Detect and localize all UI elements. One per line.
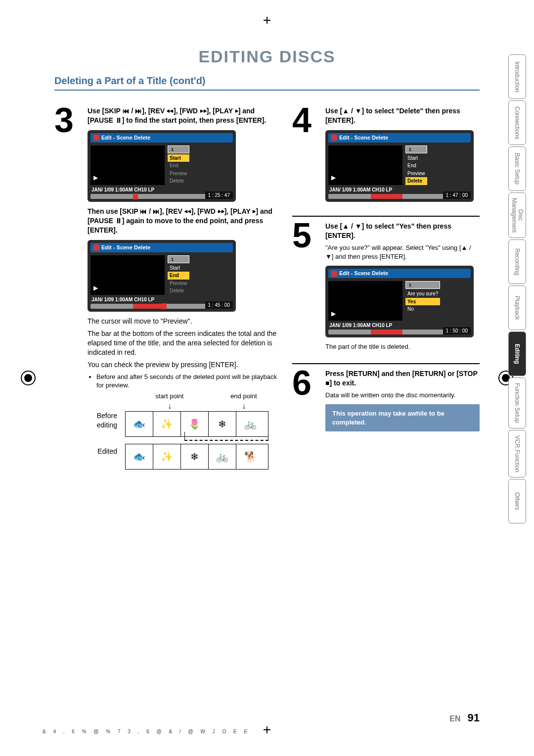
tab-vcr-function[interactable]: VCR Function bbox=[508, 430, 526, 478]
tab-editing[interactable]: Editing bbox=[508, 331, 526, 376]
tab-basic-setup[interactable]: Basic Setup bbox=[508, 146, 526, 191]
timestamp: 1 : 47 : 00 bbox=[443, 191, 471, 199]
scene-delete-panel-d: Edit - Scene Delete ▶ 1 Are you sure? Ye… bbox=[325, 266, 474, 337]
footer-code: & 4 , 6 % @ % 7 3 , 6 @ & / @ W J O E E bbox=[43, 729, 250, 734]
menu-start[interactable]: Start bbox=[405, 154, 427, 162]
thumb-number: 1 bbox=[168, 255, 189, 263]
registration-icon bbox=[21, 371, 36, 385]
step-number-6: 6 bbox=[292, 369, 319, 431]
tab-recording[interactable]: Recording bbox=[508, 239, 526, 284]
menu-preview[interactable]: Preview bbox=[405, 170, 427, 178]
thumb-number: 1 bbox=[405, 145, 427, 153]
play-icon: ▶ bbox=[93, 284, 98, 292]
menu-delete[interactable]: Delete bbox=[168, 177, 189, 185]
frames-before: 🐟✨🌷❄🚲 bbox=[125, 411, 268, 437]
step-5-note-1: "Are you sure?" will appear. Select "Yes… bbox=[325, 243, 480, 261]
thumb-number: 1 bbox=[168, 145, 189, 153]
deletion-range-icon bbox=[184, 440, 268, 441]
step-6-instruction: Press [RETURN] and then [RETURN] or [STO… bbox=[325, 369, 480, 388]
menu-start[interactable]: Start bbox=[168, 264, 189, 272]
tab-others[interactable]: Others bbox=[508, 479, 526, 523]
preview-pane: ▶ bbox=[328, 145, 402, 185]
menu-no[interactable]: No bbox=[405, 305, 440, 313]
panel-title: Edit - Scene Delete bbox=[339, 134, 388, 142]
tab-introduction[interactable]: Introduction bbox=[508, 54, 526, 99]
play-icon: ▶ bbox=[331, 174, 336, 182]
menu-delete[interactable]: Delete bbox=[168, 287, 189, 295]
label-start-point: start point bbox=[155, 392, 183, 401]
section-heading: Deleting a Part of a Title (cont'd) bbox=[54, 75, 480, 91]
step-3-instruction-a: Use [SKIP ⏮ / ⏭], [REV ◀◀], [FWD ▶▶], [P… bbox=[88, 106, 280, 125]
tab-function-setup[interactable]: Function Setup bbox=[508, 378, 526, 428]
section-tabs: Introduction Connections Basic Setup Dis… bbox=[508, 54, 526, 525]
timestamp: 1 : 50 : 00 bbox=[443, 327, 471, 335]
page-title: EDITING DISCS bbox=[15, 47, 519, 66]
page-number: EN91 bbox=[449, 711, 480, 724]
step-5-instruction: Use [▲ / ▼] to select "Yes" then press [… bbox=[325, 222, 480, 240]
preview-pane: ▶ bbox=[90, 255, 165, 295]
menu-end[interactable]: End bbox=[168, 272, 189, 280]
panel-title: Edit - Scene Delete bbox=[101, 244, 150, 251]
step-number-4: 4 bbox=[292, 106, 319, 207]
scene-delete-panel-b: Edit - Scene Delete ▶ 1 Start End Previe… bbox=[88, 240, 236, 312]
step-number-5: 5 bbox=[292, 222, 319, 354]
crop-mark-icon bbox=[261, 14, 273, 27]
step-3-note-1: The cursor will move to "Preview". bbox=[88, 317, 280, 326]
preview-pane: ▶ bbox=[328, 281, 402, 321]
preview-pane: ▶ bbox=[90, 145, 165, 185]
step-3-instruction-b: Then use [SKIP ⏮ / ⏭], [REV ◀◀], [FWD ▶▶… bbox=[88, 207, 280, 235]
scene-delete-panel-c: Edit - Scene Delete ▶ 1 Start End Previe… bbox=[325, 130, 474, 202]
step-3-bullet: Before and after 5 seconds of the delete… bbox=[96, 373, 280, 390]
frames-after: 🐟✨❄🚲🐕 bbox=[125, 444, 268, 470]
label-end-point: end point bbox=[230, 392, 257, 401]
label-before-editing: Before editing bbox=[88, 411, 117, 430]
panel-title: Edit - Scene Delete bbox=[101, 134, 150, 142]
menu-are-you-sure: Are you sure? bbox=[405, 290, 440, 298]
step-4-instruction: Use [▲ / ▼] to select "Delete" then pres… bbox=[325, 106, 480, 125]
step-number-3: 3 bbox=[54, 106, 82, 470]
arrow-down-icon: ↓ bbox=[242, 401, 246, 412]
menu-yes[interactable]: Yes bbox=[405, 298, 440, 306]
tab-disc-management[interactable]: DiscManagement bbox=[508, 192, 526, 238]
arrow-down-icon: ↓ bbox=[168, 401, 172, 412]
thumb-number: 1 bbox=[405, 281, 440, 289]
step-3-note-3: You can check the preview by pressing [E… bbox=[88, 360, 280, 370]
menu-end[interactable]: End bbox=[405, 162, 427, 170]
tab-playback[interactable]: Playback bbox=[508, 285, 526, 330]
menu-preview[interactable]: Preview bbox=[168, 170, 189, 178]
menu-delete[interactable]: Delete bbox=[405, 177, 427, 185]
timestamp: 1 : 25 : 47 bbox=[205, 191, 233, 199]
menu-end[interactable]: End bbox=[168, 162, 189, 170]
label-edited: Edited bbox=[88, 447, 117, 456]
panel-title: Edit - Scene Delete bbox=[339, 270, 388, 277]
step-3-note-2: The bar at the bottom of the screen indi… bbox=[88, 329, 280, 357]
play-icon: ▶ bbox=[331, 310, 336, 318]
warning-note: This operation may take awhile to be com… bbox=[325, 404, 480, 431]
tab-connections[interactable]: Connections bbox=[508, 100, 526, 145]
crop-mark-icon bbox=[261, 723, 273, 736]
step-6-note-1: Data will be written onto the disc momen… bbox=[325, 391, 480, 400]
step-5-note-2: The part of the title is deleted. bbox=[325, 342, 480, 351]
menu-preview[interactable]: Preview bbox=[168, 280, 189, 287]
scene-delete-panel-a: Edit - Scene Delete ▶ 1 Start End Previe… bbox=[88, 130, 236, 202]
play-icon: ▶ bbox=[93, 174, 98, 182]
menu-start[interactable]: Start bbox=[168, 154, 189, 162]
timestamp: 1 : 45 : 00 bbox=[205, 301, 233, 309]
